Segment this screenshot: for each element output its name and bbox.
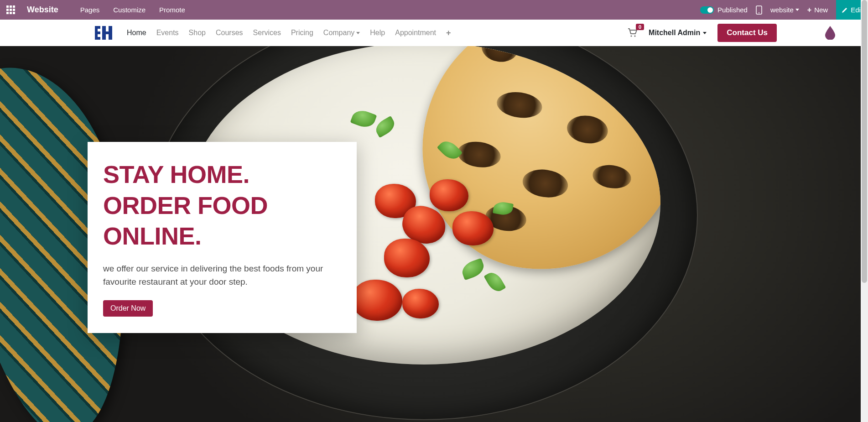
hero-card: STAY HOME. ORDER FOOD ONLINE. we offer o… [88, 142, 357, 333]
nav-item-company[interactable]: Company [323, 29, 360, 37]
hero-section: STAY HOME. ORDER FOOD ONLINE. we offer o… [0, 46, 868, 422]
website-selector[interactable]: website [770, 6, 799, 14]
nav-item-help[interactable]: Help [370, 29, 385, 37]
admin-menu-customize[interactable]: Customize [113, 6, 146, 14]
admin-bar: Website Pages Customize Promote Publishe… [0, 0, 868, 20]
cart-count-badge: 0 [636, 24, 644, 30]
app-title[interactable]: Website [27, 5, 58, 15]
nav-item-services[interactable]: Services [253, 29, 281, 37]
new-button[interactable]: + New [807, 6, 828, 14]
published-toggle-group: Published [700, 6, 748, 14]
mobile-preview-icon[interactable] [756, 5, 762, 15]
nav-item-pricing[interactable]: Pricing [291, 29, 313, 37]
decorative-bread [407, 46, 660, 287]
chevron-down-icon [795, 9, 799, 11]
plus-icon: + [807, 6, 811, 14]
svg-point-1 [759, 12, 759, 13]
nav-item-courses[interactable]: Courses [216, 29, 243, 37]
scrollbar-thumb[interactable] [862, 0, 867, 283]
theme-color-indicator[interactable] [824, 25, 836, 42]
svg-point-3 [634, 35, 635, 36]
nav-item-appointment[interactable]: Appointment [395, 29, 436, 37]
cart-button[interactable]: 0 [628, 28, 638, 37]
nav-item-events[interactable]: Events [156, 29, 179, 37]
hero-title: STAY HOME. ORDER FOOD ONLINE. [103, 159, 341, 252]
droplet-icon [824, 25, 836, 40]
hero-text: we offer our service in delivering the b… [103, 262, 341, 289]
admin-menu: Pages Customize Promote [80, 6, 185, 14]
svg-point-2 [630, 35, 632, 36]
chevron-down-icon [356, 32, 360, 34]
chevron-down-icon [703, 32, 707, 34]
user-menu[interactable]: Mitchell Admin [649, 29, 707, 37]
scrollbar[interactable] [861, 0, 868, 422]
website-selector-label: website [770, 6, 794, 14]
admin-menu-promote[interactable]: Promote [159, 6, 185, 14]
user-name: Mitchell Admin [649, 29, 700, 37]
admin-bar-left: Website Pages Customize Promote [6, 5, 185, 15]
order-now-button[interactable]: Order Now [103, 300, 153, 317]
nav-right: 0 Mitchell Admin Contact Us [628, 24, 777, 42]
add-nav-item-button[interactable]: + [446, 28, 451, 38]
admin-bar-right: Published website + New Edit [700, 0, 868, 20]
nav-item-shop[interactable]: Shop [189, 29, 206, 37]
site-navbar: Home Events Shop Courses Services Pricin… [0, 20, 868, 46]
published-toggle[interactable] [700, 6, 714, 14]
admin-menu-pages[interactable]: Pages [80, 6, 100, 14]
site-logo[interactable] [94, 25, 113, 41]
nav-items: Home Events Shop Courses Services Pricin… [127, 28, 451, 38]
nav-item-company-label: Company [323, 29, 354, 37]
contact-us-button[interactable]: Contact Us [717, 24, 777, 42]
pencil-icon [842, 7, 848, 13]
nav-item-home[interactable]: Home [127, 29, 146, 37]
logo-icon [94, 25, 113, 41]
published-label: Published [717, 6, 748, 14]
apps-grid-icon[interactable] [6, 5, 15, 14]
new-label: New [814, 6, 828, 14]
